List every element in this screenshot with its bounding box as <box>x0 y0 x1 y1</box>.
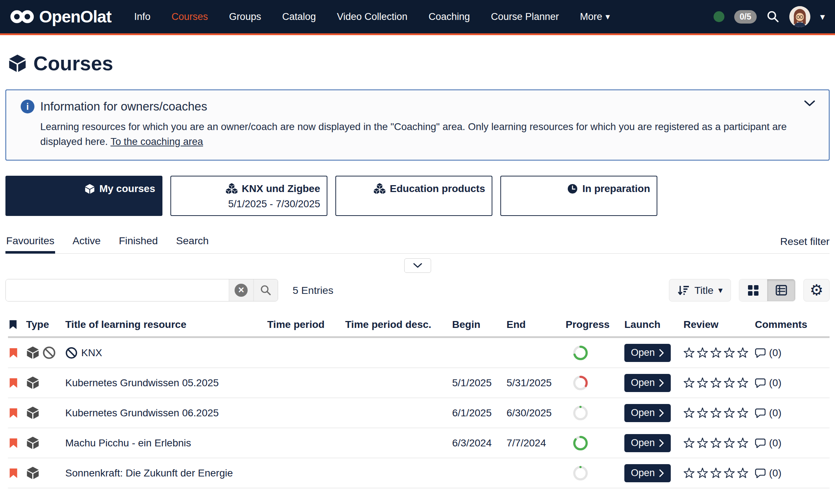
table-header-row: Type Title of learning resource Time per… <box>8 314 830 336</box>
list-view-button[interactable] <box>767 279 795 301</box>
card-knx-und-zigbee[interactable]: KNX und Zigbee 5/1/2025 - 7/30/2025 <box>170 176 327 216</box>
search-input[interactable] <box>6 279 229 301</box>
sort-button[interactable]: Title ▾ <box>669 279 731 301</box>
header-comments[interactable]: Comments <box>755 319 830 330</box>
course-title-link[interactable]: Sonnenkraft: Die Zukunft der Energie <box>65 467 267 479</box>
bookmark-icon[interactable] <box>8 438 26 449</box>
table-settings-button[interactable]: ⚙ <box>803 279 830 301</box>
header-time-period[interactable]: Time period <box>267 319 345 330</box>
cube-icon <box>84 184 95 194</box>
avatar[interactable] <box>789 6 810 27</box>
openolat-logo[interactable]: OpenOlat <box>10 7 111 26</box>
header-review[interactable]: Review <box>683 319 755 330</box>
tab-finished[interactable]: Finished <box>118 235 159 254</box>
grid-icon <box>748 285 759 296</box>
course-title-link[interactable]: Kubernetes Grundwissen 05.2025 <box>65 377 267 389</box>
grid-view-button[interactable] <box>739 279 767 301</box>
nav-item-coaching[interactable]: Coaching <box>418 0 480 33</box>
nav-item-courses[interactable]: Courses <box>161 0 219 33</box>
coaching-area-link[interactable]: To the coaching area <box>111 136 203 147</box>
comments-cell[interactable]: (0) <box>755 377 830 389</box>
open-button[interactable]: Open <box>624 464 671 482</box>
type-cell <box>26 466 65 480</box>
header-time-period-desc[interactable]: Time period desc. <box>345 319 452 330</box>
bookmark-icon[interactable] <box>8 408 26 418</box>
header-title[interactable]: Title of learning resource <box>65 319 267 330</box>
tabs-bar: Favourites Active Finished Search Reset … <box>5 235 830 254</box>
nav-item-video-collection[interactable]: Video Collection <box>326 0 418 33</box>
progress-cell <box>566 436 624 451</box>
header-progress[interactable]: Progress <box>566 319 624 330</box>
tab-active[interactable]: Active <box>72 235 102 254</box>
card-in-preparation[interactable]: In preparation <box>500 176 657 216</box>
end-cell: 7/7/2024 <box>507 437 566 449</box>
bookmark-icon[interactable] <box>8 320 26 330</box>
table-row: Kubernetes Grundwissen 06.2025 6/1/2025 … <box>8 398 830 428</box>
rating-stars[interactable] <box>683 437 755 449</box>
tab-search[interactable]: Search <box>175 235 209 254</box>
chevron-right-icon <box>659 349 664 357</box>
nav-item-catalog[interactable]: Catalog <box>272 0 326 33</box>
progress-ring <box>573 466 588 481</box>
chevron-down-icon <box>413 263 422 268</box>
comment-bubble-icon <box>755 438 766 449</box>
nav-item-groups[interactable]: Groups <box>219 0 272 33</box>
rating-stars[interactable] <box>683 407 755 418</box>
nav-item-info[interactable]: Info <box>124 0 161 33</box>
chevron-right-icon <box>659 439 664 447</box>
cubes-icon <box>226 183 237 195</box>
nav-item-more[interactable]: More ▾ <box>570 0 621 33</box>
header-type[interactable]: Type <box>26 319 65 330</box>
progress-cell <box>566 405 624 421</box>
collapse-filters-button[interactable] <box>404 258 431 273</box>
card-education-products[interactable]: Education products <box>335 176 492 216</box>
progress-cell <box>566 466 624 481</box>
progress-ring <box>573 405 588 421</box>
rating-stars[interactable] <box>683 347 755 358</box>
clear-search-button[interactable]: ✕ <box>229 279 253 301</box>
course-title-link[interactable]: KNX <box>65 347 267 359</box>
bookmark-icon[interactable] <box>8 468 26 479</box>
course-title-link[interactable]: Kubernetes Grundwissen 06.2025 <box>65 407 267 419</box>
cube-icon <box>26 466 40 480</box>
rating-stars[interactable] <box>683 377 755 388</box>
search-group: ✕ <box>5 279 278 301</box>
header-launch[interactable]: Launch <box>624 319 683 330</box>
course-title-link[interactable]: Machu Picchu - ein Erlebnis <box>65 437 267 449</box>
info-box-body: Learning resources for which you are an … <box>40 119 787 149</box>
header-end[interactable]: End <box>507 319 566 330</box>
courses-table: Type Title of learning resource Time per… <box>5 314 830 488</box>
rating-stars[interactable] <box>683 467 755 479</box>
comments-cell[interactable]: (0) <box>755 407 830 419</box>
search-icon[interactable] <box>766 10 780 23</box>
cube-icon <box>26 376 40 390</box>
comments-cell[interactable]: (0) <box>755 437 830 449</box>
comments-cell[interactable]: (0) <box>755 347 830 359</box>
progress-cell <box>566 345 624 361</box>
nav-item-course-planner[interactable]: Course Planner <box>480 0 570 33</box>
bookmark-icon[interactable] <box>8 347 26 358</box>
card-my-courses[interactable]: My courses <box>5 176 162 216</box>
card-date-range: 5/1/2025 - 7/30/2025 <box>228 198 320 210</box>
launch-cell: Open <box>624 344 683 362</box>
sort-amount-icon <box>677 285 690 296</box>
type-cell <box>26 346 65 359</box>
reset-filter-link[interactable]: Reset filter <box>780 236 830 253</box>
search-button[interactable] <box>253 279 278 301</box>
brand-name: OpenOlat <box>39 7 111 26</box>
open-button[interactable]: Open <box>624 434 671 452</box>
open-button[interactable]: Open <box>624 344 671 362</box>
open-button[interactable]: Open <box>624 404 671 422</box>
header-begin[interactable]: Begin <box>452 319 507 330</box>
cube-icon <box>26 406 40 420</box>
tab-favourites[interactable]: Favourites <box>5 235 55 254</box>
info-icon: i <box>21 100 34 113</box>
open-button[interactable]: Open <box>624 374 671 392</box>
info-collapse-chevron-icon[interactable] <box>804 100 815 107</box>
infinity-icon <box>10 9 34 24</box>
comments-cell[interactable]: (0) <box>755 467 830 479</box>
user-menu-chevron-icon[interactable]: ▾ <box>820 11 825 22</box>
bookmark-icon[interactable] <box>8 378 26 388</box>
comment-bubble-icon <box>755 347 766 358</box>
end-cell: 6/30/2025 <box>507 407 566 419</box>
